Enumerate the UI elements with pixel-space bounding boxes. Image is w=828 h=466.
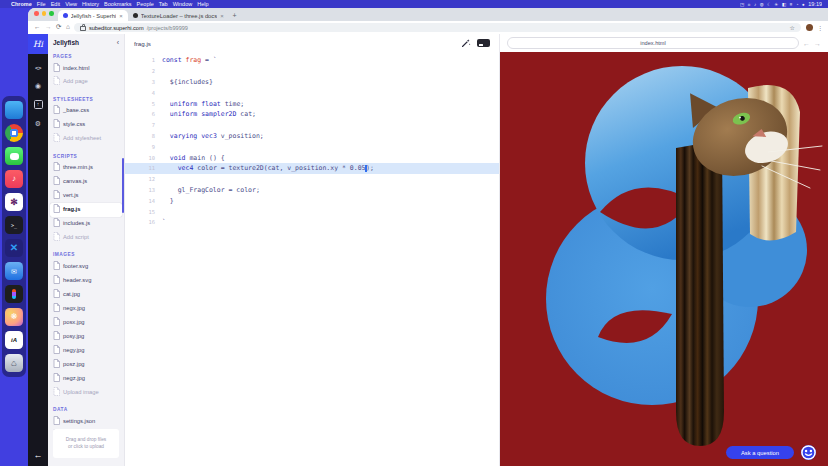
file-item[interactable]: negx.jpg	[50, 301, 122, 315]
back-arrow-icon[interactable]: ←	[34, 450, 43, 460]
superhi-logo[interactable]: Hi	[28, 34, 48, 54]
stickers-dock-icon[interactable]: ❋	[5, 308, 23, 326]
menubar-item-chrome[interactable]: Chrome	[11, 1, 32, 7]
code-line[interactable]: 8 varying vec3 v_position;	[125, 131, 499, 142]
home-button[interactable]: ⌂	[66, 24, 70, 31]
code-line[interactable]: 12	[125, 174, 499, 185]
collapse-sidebar-icon[interactable]: ‹	[117, 39, 119, 46]
browser-tab-1[interactable]: Jellyfish - Superhi×	[58, 10, 128, 21]
menubar-item-tab[interactable]: Tab	[159, 1, 168, 7]
magic-wand-icon[interactable]	[461, 38, 471, 49]
code-dock-icon[interactable]: ✕	[5, 239, 23, 257]
menubar-item-edit[interactable]: Edit	[51, 1, 60, 7]
tab-strip: Jellyfish - Superhi×TextureLoader – thre…	[28, 8, 828, 21]
code-line[interactable]: 2	[125, 66, 499, 77]
code-line[interactable]: 13 gl_FragColor = color;	[125, 185, 499, 196]
menubar-item-view[interactable]: View	[65, 1, 77, 7]
sidebar-scrollbar-thumb[interactable]	[122, 158, 124, 213]
code-line[interactable]: 10 void main () {	[125, 152, 499, 163]
menubar-item-bookmarks[interactable]: Bookmarks	[104, 1, 132, 7]
eye-preview-icon[interactable]: ◉	[35, 82, 41, 89]
menubar-item-window[interactable]: Window	[173, 1, 193, 7]
preview-forward-icon[interactable]: →	[814, 40, 821, 47]
menubar-item-people[interactable]: People	[137, 1, 154, 7]
code-line[interactable]: 9	[125, 141, 499, 152]
menubar-status-area: ◳⌗♪◍☾✳◧≡◔● 19:19	[740, 1, 822, 7]
file-item[interactable]: canvas.js	[50, 175, 122, 189]
minimize-window-button[interactable]	[42, 11, 47, 16]
preview-address-pill[interactable]: index.html	[507, 37, 799, 49]
file-item[interactable]: _base.css	[50, 104, 122, 118]
code-line[interactable]: 14 }	[125, 195, 499, 206]
zoom-window-button[interactable]	[49, 11, 54, 16]
slack-dock-icon[interactable]: ✻	[5, 193, 23, 211]
ia-dock-icon[interactable]: iA	[5, 331, 23, 349]
messages-dock-icon[interactable]	[5, 147, 23, 165]
file-item[interactable]: includes.js	[50, 217, 122, 231]
music-dock-icon[interactable]: ♪	[5, 170, 23, 188]
menubar-item-history[interactable]: History	[82, 1, 99, 7]
code-line[interactable]: 11 vec4 color = texture2D(cat, v_positio…	[125, 163, 499, 174]
terminal-dock-icon[interactable]: >_	[5, 216, 23, 234]
file-icon	[53, 289, 60, 300]
file-item[interactable]: footer.svg	[50, 259, 122, 273]
file-item[interactable]: style.css	[50, 118, 122, 132]
profile-avatar[interactable]	[806, 24, 813, 31]
code-line[interactable]: 7	[125, 120, 499, 131]
code-line[interactable]: 5 uniform float time;	[125, 98, 499, 109]
tab-favicon	[133, 13, 138, 18]
tab-close-icon[interactable]: ×	[119, 13, 123, 19]
file-item[interactable]: header.svg	[50, 273, 122, 287]
file-item[interactable]: posy.jpg	[50, 329, 122, 343]
tab-close-icon[interactable]: ×	[220, 13, 224, 19]
back-button[interactable]: ←	[34, 24, 41, 31]
chrome-dock-icon[interactable]	[5, 124, 23, 142]
code-area[interactable]: 1const frag = `23 ${includes}45 uniform …	[125, 52, 499, 466]
file-item[interactable]: vert.js	[50, 189, 122, 203]
file-item[interactable]: posx.jpg	[50, 315, 122, 329]
file-item[interactable]: settings.json	[50, 414, 122, 428]
code-line[interactable]: 1const frag = `	[125, 55, 499, 66]
file-item[interactable]: negz.jpg	[50, 371, 122, 385]
menubar-items: ChromeFileEditViewHistoryBookmarksPeople…	[11, 1, 209, 7]
chrome-menu-icon[interactable]: ⋮	[817, 24, 822, 31]
code-line[interactable]: 15	[125, 206, 499, 217]
code-line[interactable]: 4	[125, 87, 499, 98]
new-tab-button[interactable]: +	[229, 10, 241, 21]
trash-dock-icon[interactable]: ♺	[5, 354, 23, 372]
file-item[interactable]: index.html	[50, 61, 122, 75]
bookmark-star-icon[interactable]: ☆	[790, 24, 795, 31]
publish-upload-icon[interactable]: ↑	[34, 100, 43, 109]
reload-button[interactable]: ⟳	[56, 24, 61, 31]
settings-gear-icon[interactable]: ⚙	[35, 120, 41, 127]
console-toggle-icon[interactable]	[477, 39, 490, 47]
file-item[interactable]: frag.js	[50, 203, 122, 217]
figma-dock-icon[interactable]	[5, 285, 23, 303]
ask-a-question-button[interactable]: Ask a question	[726, 446, 794, 459]
code-token: v_position;	[217, 132, 264, 140]
close-window-button[interactable]	[34, 11, 39, 16]
file-item[interactable]: posz.jpg	[50, 357, 122, 371]
file-item[interactable]: three.min.js	[50, 161, 122, 175]
finder-dock-icon[interactable]	[5, 101, 23, 119]
forward-button[interactable]: →	[45, 24, 52, 31]
address-bar[interactable]: subeditor.superhi.com/projects/b99999 ☆	[74, 23, 801, 32]
menubar-item-help[interactable]: Help	[197, 1, 208, 7]
mail-dock-icon[interactable]: ✉	[5, 262, 23, 280]
add-item-button[interactable]: Upload image	[50, 385, 122, 399]
file-item[interactable]: cat.jpg	[50, 287, 122, 301]
help-smiley-button[interactable]	[801, 445, 816, 460]
add-item-button[interactable]: Add script	[50, 231, 122, 245]
code-line[interactable]: 6 uniform sampler2D cat;	[125, 109, 499, 120]
add-item-button[interactable]: Add stylesheet	[50, 132, 122, 146]
menubar-item-file[interactable]: File	[37, 1, 46, 7]
add-item-button[interactable]: Add page	[50, 75, 122, 89]
file-dropzone[interactable]: Drag and drop files or click to upload	[53, 429, 119, 458]
browser-tab-2[interactable]: TextureLoader – three.js docs×	[128, 10, 229, 21]
file-item[interactable]: negy.jpg	[50, 343, 122, 357]
code-token: );	[366, 164, 374, 172]
code-line[interactable]: 3 ${includes}	[125, 77, 499, 88]
preview-back-icon[interactable]: ←	[803, 40, 810, 47]
code-view-icon[interactable]: <>	[35, 65, 41, 71]
code-line[interactable]: 16`	[125, 217, 499, 228]
